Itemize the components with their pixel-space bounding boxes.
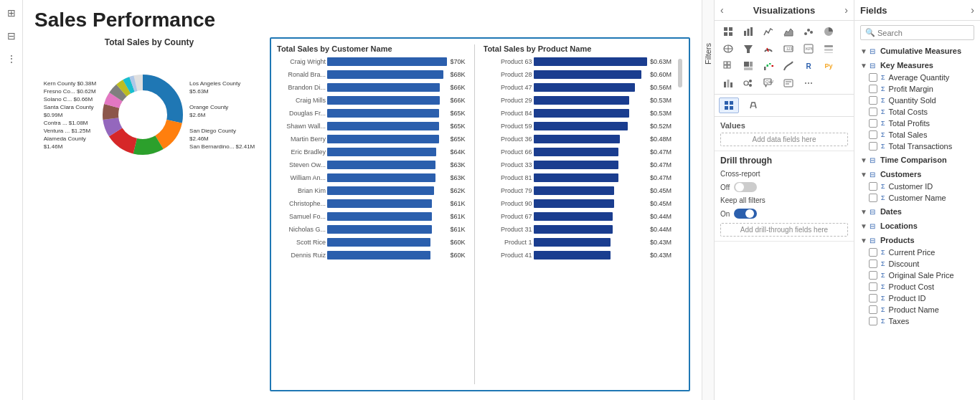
field-item[interactable]: Σ Product Name [854,304,980,315]
viz-key-influencer-btn[interactable] [739,75,758,91]
filters-label[interactable]: Filters [704,43,712,65]
add-drill-fields-box[interactable]: Add drill-through fields here [720,223,848,237]
viz-slicer-btn[interactable] [819,41,838,57]
field-name: Product ID [889,294,926,303]
donut-chart-wrapper[interactable]: Kern County $0.38M Fresno Co... $0.62M S… [34,50,264,179]
svg-rect-46 [724,82,726,87]
viz-ribbon-btn[interactable] [779,58,798,74]
field-checkbox[interactable] [869,142,877,151]
field-group-header[interactable]: ▼ ⊟ Key Measures [854,59,980,72]
viz-matrix-btn[interactable] [719,58,738,74]
fields-search-box[interactable]: 🔍 [860,25,974,40]
add-data-fields-box[interactable]: Add data fields here [720,133,848,146]
field-group-header[interactable]: ▼ ⊟ Cumulative Measures [854,44,980,57]
cross-report-toggle[interactable] [734,182,757,192]
viz-map-btn[interactable] [719,41,738,57]
viz-kpi-btn[interactable]: KPI [799,41,818,57]
field-group-table-icon: ⊟ [870,171,875,178]
keep-filters-toggle[interactable] [734,209,757,219]
field-item[interactable]: Σ Quantity Sold [854,95,980,106]
field-item[interactable]: Σ Total Costs [854,106,980,118]
field-item[interactable]: Σ Product ID [854,292,980,304]
field-item[interactable]: Σ Customer ID [854,181,980,192]
field-checkbox[interactable] [869,271,877,280]
report-icon[interactable]: ⊞ [4,6,19,20]
format-paint-btn[interactable] [743,97,763,113]
field-checkbox[interactable] [869,259,877,268]
scrollbar[interactable] [677,44,683,384]
field-checkbox[interactable] [869,73,877,82]
svg-text:Q&A: Q&A [765,80,773,84]
field-checkbox[interactable] [869,96,877,105]
viz-custom-btn[interactable]: ⋯ [799,75,818,91]
data-icon[interactable]: ⊟ [4,29,19,43]
field-item[interactable]: Σ Taxes [854,315,980,327]
field-group-header[interactable]: ▼ ⊟ Dates [854,205,980,218]
field-checkbox[interactable] [869,317,877,325]
field-item[interactable]: Σ Total Sales [854,129,980,141]
field-checkbox[interactable] [869,130,877,139]
field-checkbox[interactable] [869,85,877,93]
viz-line-btn[interactable] [759,24,778,39]
viz-bar-btn[interactable] [739,24,758,39]
field-checkbox[interactable] [869,194,877,202]
viz-pie-btn[interactable] [819,24,838,39]
viz-r-btn[interactable]: R [799,58,818,74]
customer-bar-container [327,238,447,247]
field-name: Discount [889,259,920,268]
field-item[interactable]: Σ Profit Margin [854,83,980,95]
viz-card-btn[interactable]: 123 [779,41,798,57]
field-group-header[interactable]: ▼ ⊟ Locations [854,219,980,232]
viz-qa-btn[interactable]: Q&A [759,75,778,91]
field-item[interactable]: Σ Current Price [854,247,980,258]
viz-area-btn[interactable] [779,24,798,39]
field-item[interactable]: Σ Discount [854,258,980,270]
fields-search-input[interactable] [877,29,976,37]
customer-bar-fill [327,199,432,208]
customer-bar-label: Craig Mills [277,97,326,104]
main-canvas: Sales Performance Total Sales by County … [23,0,702,400]
product-bar-label: Product 81 [484,174,532,181]
viz-scatter-btn[interactable] [799,24,818,39]
field-item[interactable]: Σ Total Transactions [854,141,980,152]
field-group: ▼ ⊟ Cumulative Measures [854,44,980,57]
viz-next-btn[interactable]: › [844,4,848,16]
viz-table-btn[interactable] [719,24,738,39]
field-item[interactable]: Σ Average Quantity [854,72,980,83]
field-item[interactable]: Σ Total Profits [854,118,980,129]
fields-panel-header: Fields › [854,0,980,21]
field-checkbox[interactable] [869,305,877,314]
field-checkbox[interactable] [869,248,877,257]
field-value-icon: Σ [881,85,885,92]
field-item[interactable]: Σ Customer Name [854,192,980,204]
field-checkbox[interactable] [869,119,877,128]
field-checkbox[interactable] [869,282,877,291]
field-group-header[interactable]: ▼ ⊟ Time Comparison [854,153,980,166]
field-checkbox[interactable] [869,182,877,191]
viz-decomp-btn[interactable] [719,75,738,91]
viz-treemap-btn[interactable] [739,58,758,74]
viz-prev-btn[interactable]: ‹ [720,4,724,16]
customer-bar-container [327,161,447,169]
field-checkbox[interactable] [869,108,877,116]
viz-smart-narrative-btn[interactable] [779,75,798,91]
field-checkbox[interactable] [869,294,877,303]
field-item[interactable]: Σ Product Cost [854,281,980,292]
viz-gauge-btn[interactable] [759,41,778,57]
field-name: Current Price [889,248,936,257]
viz-waterfall-btn[interactable] [759,58,778,74]
viz-funnel-btn[interactable] [739,41,758,57]
field-group-header[interactable]: ▼ ⊟ Customers [854,168,980,181]
field-group-header[interactable]: ▼ ⊟ Products [854,234,980,247]
fields-expand-icon[interactable]: › [971,4,974,16]
model-icon[interactable]: ⋮ [4,52,19,66]
viz-py-btn[interactable]: Py [819,58,838,74]
format-fields-btn[interactable] [719,97,739,113]
viz-panel-title: Visualizations [753,5,815,16]
svg-point-12 [123,95,163,135]
field-item[interactable]: Σ Original Sale Price [854,270,980,281]
product-bar-label: Product 33 [484,161,532,168]
customer-bar-fill [327,173,435,182]
customer-bar-value: $63K [450,174,465,181]
customer-bar-label: William An... [277,174,326,181]
